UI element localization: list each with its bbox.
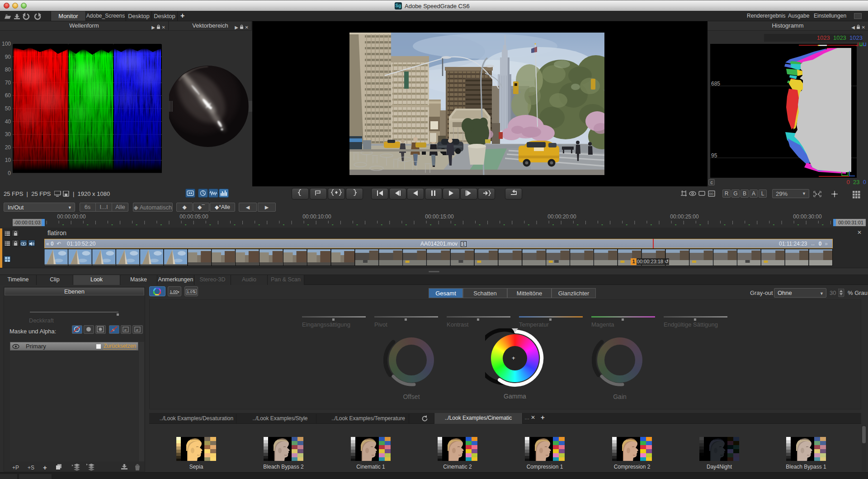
svg-text:α: α [136,328,138,332]
svg-text:α: α [124,328,127,332]
svg-text:00:: 00: [709,192,714,196]
